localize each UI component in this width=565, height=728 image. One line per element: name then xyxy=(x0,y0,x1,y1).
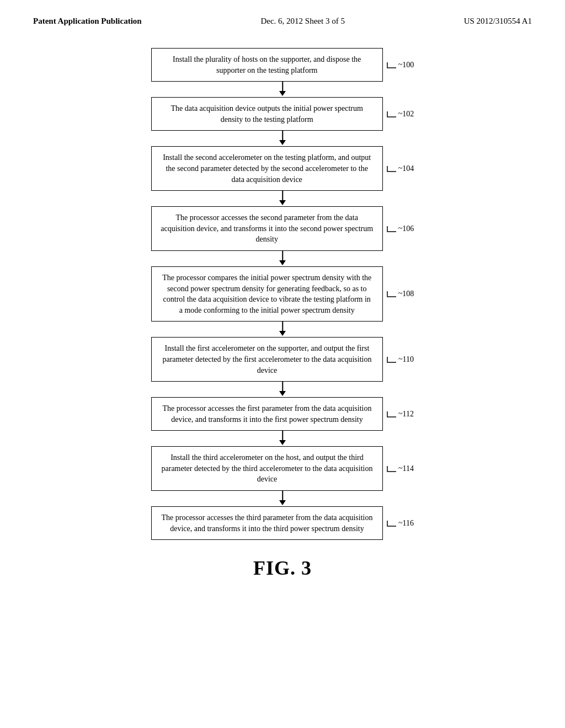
arrow-down-1 xyxy=(167,131,398,146)
ref-number-step-104: ~104 xyxy=(398,164,414,173)
arrow-down-5 xyxy=(167,382,398,397)
ref-number-step-108: ~108 xyxy=(398,290,414,298)
bracket-icon xyxy=(386,165,397,173)
flow-box-step-116: The processor accesses the third paramet… xyxy=(151,506,383,540)
ref-number-step-112: ~112 xyxy=(398,410,414,419)
header-center: Dec. 6, 2012 Sheet 3 of 5 xyxy=(260,17,344,26)
flow-row-step-114: Install the third accelerometer on the h… xyxy=(117,446,448,491)
bracket-icon xyxy=(386,225,397,233)
flow-row-step-100: Install the plurality of hosts on the su… xyxy=(117,48,448,82)
ref-number-step-114: ~114 xyxy=(398,464,414,473)
ref-number-step-102: ~102 xyxy=(398,110,414,119)
flow-box-step-108: The processor compares the initial power… xyxy=(151,266,383,322)
bracket-icon xyxy=(386,465,397,473)
ref-label-step-114: ~114 xyxy=(386,464,414,473)
arrow-down-4 xyxy=(167,322,398,337)
ref-label-step-102: ~102 xyxy=(386,110,414,119)
page: Patent Application Publication Dec. 6, 2… xyxy=(0,0,565,728)
flow-box-step-102: The data acquisition device outputs the … xyxy=(151,97,383,131)
ref-label-step-116: ~116 xyxy=(386,519,414,528)
flow-box-step-112: The processor accesses the first paramet… xyxy=(151,397,383,431)
flow-box-step-106: The processor accesses the second parame… xyxy=(151,206,383,251)
arrow-down-6 xyxy=(167,431,398,446)
ref-label-step-110: ~110 xyxy=(386,355,414,364)
ref-number-step-110: ~110 xyxy=(398,355,414,364)
arrow-down-2 xyxy=(167,191,398,206)
flow-row-step-108: The processor compares the initial power… xyxy=(117,266,448,322)
flow-box-step-100: Install the plurality of hosts on the su… xyxy=(151,48,383,82)
flow-box-step-104: Install the second accelerometer on the … xyxy=(151,146,383,191)
bracket-icon xyxy=(386,290,397,298)
ref-number-step-100: ~100 xyxy=(398,61,414,69)
bracket-icon xyxy=(386,520,397,527)
figure-label: FIG. 3 xyxy=(33,556,532,580)
ref-number-step-116: ~116 xyxy=(398,519,414,528)
bracket-icon xyxy=(386,110,397,118)
arrow-down-7 xyxy=(167,491,398,506)
flow-row-step-116: The processor accesses the third paramet… xyxy=(117,506,448,540)
flow-row-step-106: The processor accesses the second parame… xyxy=(117,206,448,251)
ref-label-step-106: ~106 xyxy=(386,224,414,233)
ref-label-step-100: ~100 xyxy=(386,61,414,69)
flow-row-step-102: The data acquisition device outputs the … xyxy=(117,97,448,131)
bracket-icon xyxy=(386,410,397,418)
ref-number-step-106: ~106 xyxy=(398,224,414,233)
arrow-down-0 xyxy=(167,82,398,97)
diagram-container: Install the plurality of hosts on the su… xyxy=(33,48,532,540)
bracket-icon xyxy=(386,61,397,69)
bracket-icon xyxy=(386,356,397,363)
flow-row-step-112: The processor accesses the first paramet… xyxy=(117,397,448,431)
header-right: US 2012/310554 A1 xyxy=(464,17,532,26)
flow-row-step-110: Install the first accelerometer on the s… xyxy=(117,337,448,382)
header-left: Patent Application Publication xyxy=(33,17,142,26)
flow-box-step-110: Install the first accelerometer on the s… xyxy=(151,337,383,382)
arrow-down-3 xyxy=(167,251,398,266)
flow-box-step-114: Install the third accelerometer on the h… xyxy=(151,446,383,491)
ref-label-step-104: ~104 xyxy=(386,164,414,173)
ref-label-step-108: ~108 xyxy=(386,290,414,298)
ref-label-step-112: ~112 xyxy=(386,410,414,419)
header: Patent Application Publication Dec. 6, 2… xyxy=(33,17,532,26)
flow-row-step-104: Install the second accelerometer on the … xyxy=(117,146,448,191)
